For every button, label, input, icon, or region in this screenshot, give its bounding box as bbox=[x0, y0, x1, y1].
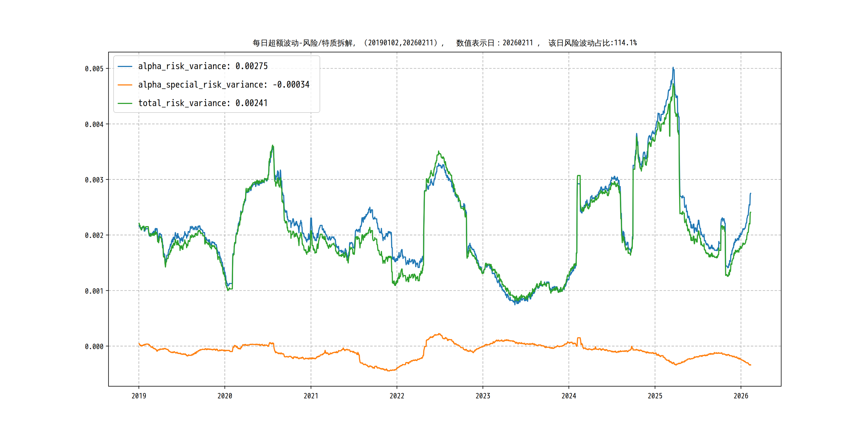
x-tick-label-2020: 2020 bbox=[198, 392, 252, 400]
x-tick-label-2019: 2019 bbox=[112, 392, 165, 400]
figure: 每日超额波动-风险/特质拆解，（20190102,20260211）， 数值表示… bbox=[0, 0, 868, 434]
y-tick-label-0.002: 0.002 bbox=[50, 232, 103, 239]
x-tick-label-2021: 2021 bbox=[284, 392, 338, 400]
x-tick-label-2024: 2024 bbox=[542, 392, 595, 400]
x-tick-label-2025: 2025 bbox=[628, 392, 682, 400]
legend-label-alpha-special-risk-variance: alpha_special_risk_variance: -0.00034 bbox=[138, 81, 310, 90]
y-tick-label-0.000: 0.000 bbox=[50, 343, 103, 350]
y-tick-label-0.005: 0.005 bbox=[50, 65, 103, 72]
x-tick-label-2022: 2022 bbox=[370, 392, 424, 400]
x-tick-label-2026: 2026 bbox=[714, 392, 768, 400]
legend-label-alpha-risk-variance: alpha_risk_variance: 0.00275 bbox=[138, 62, 268, 71]
y-tick-label-0.004: 0.004 bbox=[50, 121, 103, 128]
y-tick-label-0.003: 0.003 bbox=[50, 176, 103, 184]
legend-label-total-risk-variance: total_risk_variance: 0.00241 bbox=[138, 99, 268, 108]
legend-line-alpha-special-risk-variance bbox=[118, 84, 132, 86]
legend-line-alpha-risk-variance bbox=[118, 66, 132, 67]
y-tick-label-0.001: 0.001 bbox=[50, 287, 103, 295]
series-line-alpha_special_risk_variance bbox=[139, 334, 751, 371]
legend-line-total-risk-variance bbox=[118, 103, 132, 104]
legend: alpha_risk_variance: 0.00275 alpha_speci… bbox=[113, 56, 320, 113]
x-tick-label-2023: 2023 bbox=[456, 392, 509, 400]
